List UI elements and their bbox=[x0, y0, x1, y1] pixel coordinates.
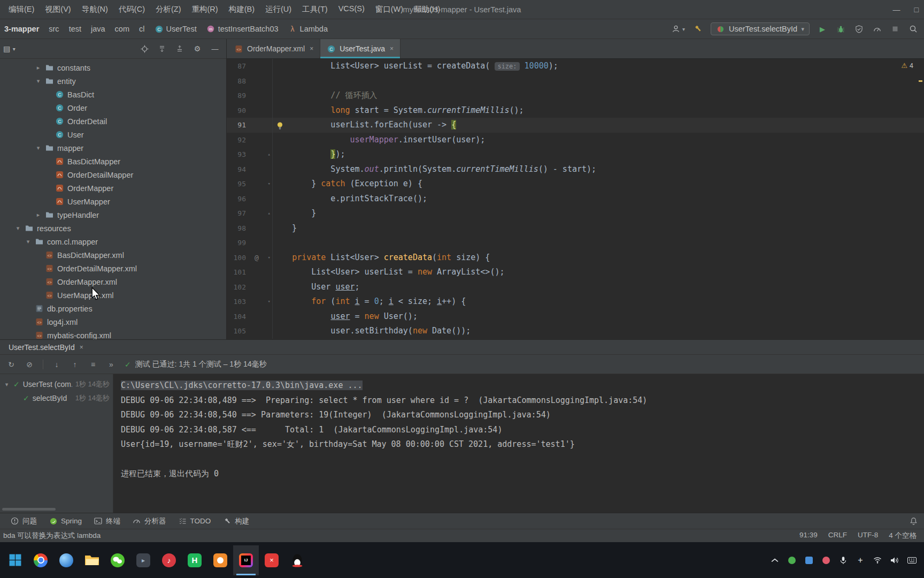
breadcrumb-item[interactable]: 3-mapper bbox=[2, 24, 41, 34]
breadcrumb-item[interactable]: test bbox=[67, 24, 83, 34]
tree-item[interactable]: OrderDetailMapper bbox=[0, 168, 226, 181]
breadcrumb-item[interactable]: java bbox=[89, 24, 107, 34]
chevron-down-icon[interactable]: ▾ bbox=[35, 144, 42, 151]
breadcrumb-item[interactable]: λLambda bbox=[286, 24, 330, 34]
editor-line[interactable]: 104 user = new User(); bbox=[227, 309, 924, 324]
tree-item[interactable]: ▾entity bbox=[0, 74, 226, 88]
tree-item[interactable]: <>log4j.xml bbox=[0, 315, 226, 329]
idea-taskbar-icon[interactable]: IJ bbox=[233, 545, 259, 575]
stop-button[interactable] bbox=[890, 24, 900, 34]
sort-descending-icon[interactable]: ↓ bbox=[52, 360, 61, 369]
horizontal-scrollbar[interactable] bbox=[2, 508, 56, 511]
stop-icon[interactable]: ⊘ bbox=[25, 360, 34, 369]
close-icon[interactable]: × bbox=[310, 45, 313, 52]
wechat-taskbar-icon[interactable] bbox=[105, 545, 130, 575]
tree-item[interactable]: ▸typeHandler bbox=[0, 208, 226, 222]
sort-ascending-icon[interactable]: ↑ bbox=[70, 360, 80, 369]
music-app-taskbar-icon[interactable]: ♪ bbox=[156, 545, 182, 575]
breadcrumb-item[interactable]: mtestInsertBatch03 bbox=[204, 24, 281, 34]
menu-item[interactable]: 分析(Z) bbox=[150, 2, 187, 17]
run-button[interactable]: ▶ bbox=[817, 24, 828, 34]
tray-red-tray-icon[interactable] bbox=[822, 556, 830, 565]
mic-tray-icon[interactable] bbox=[839, 556, 848, 565]
menu-item[interactable]: 帮助(H) bbox=[409, 2, 445, 17]
editor-line[interactable]: 95▾ } catch (Exception e) { bbox=[227, 177, 924, 192]
editor-line[interactable]: 99 bbox=[227, 235, 924, 250]
editor-line[interactable]: 91 userList.forEach(user -> { bbox=[227, 118, 924, 133]
profiler-button[interactable] bbox=[872, 24, 882, 34]
settings-gear-icon[interactable]: ⚙ bbox=[192, 44, 202, 54]
coverage-button[interactable] bbox=[853, 24, 864, 34]
chevron-down-icon[interactable]: ▾ bbox=[3, 381, 10, 388]
run-tab[interactable]: UserTest.selectById × bbox=[4, 340, 88, 354]
tree-item[interactable]: ▸constants bbox=[0, 61, 226, 74]
orange-app-taskbar-icon[interactable] bbox=[207, 545, 233, 575]
tree-item[interactable]: COrder bbox=[0, 101, 226, 115]
editor-scrollbar[interactable] bbox=[917, 59, 924, 339]
menu-item[interactable]: 工具(T) bbox=[297, 2, 333, 17]
tree-item[interactable]: <>BasDictMapper.xml bbox=[0, 248, 226, 262]
editor-tab[interactable]: CUserTest.java× bbox=[320, 39, 401, 58]
editor-line[interactable]: 94 System.out.println(System.currentTime… bbox=[227, 162, 924, 177]
notifications-icon[interactable] bbox=[908, 516, 919, 527]
caret-position[interactable]: 91:39 bbox=[799, 531, 818, 541]
tree-item[interactable]: ▾com.cl.mapper bbox=[0, 235, 226, 248]
editor-line[interactable]: 87 List<User> userList = createData( siz… bbox=[227, 59, 924, 74]
breadcrumb-item[interactable]: CUserTest bbox=[152, 24, 199, 34]
editor-line[interactable]: 93▴ }); bbox=[227, 147, 924, 162]
tree-item[interactable]: ▾mapper bbox=[0, 141, 226, 155]
tree-item[interactable]: db.properties bbox=[0, 302, 226, 315]
terminal-toolwindow-button[interactable]: 终端 bbox=[89, 515, 125, 527]
project-view-selector[interactable]: ▤ ▾ bbox=[3, 44, 16, 53]
fold-icon[interactable]: ▾ bbox=[268, 250, 271, 265]
build-hammer-icon[interactable] bbox=[692, 24, 703, 34]
dark-app-taskbar-icon[interactable]: ▸ bbox=[130, 545, 156, 575]
editor-line[interactable]: 101 List<User> userList = new ArrayList<… bbox=[227, 265, 924, 280]
h-app-taskbar-icon[interactable]: H bbox=[182, 545, 207, 575]
network-tray-icon[interactable] bbox=[873, 556, 882, 565]
menu-item[interactable]: 构建(B) bbox=[224, 2, 260, 17]
editor-line[interactable]: 92 userMapper.insertUser(user); bbox=[227, 133, 924, 148]
tree-item[interactable]: UserMapper bbox=[0, 195, 226, 208]
tree-item[interactable]: BasDictMapper bbox=[0, 155, 226, 168]
tree-item[interactable]: CUser bbox=[0, 128, 226, 141]
tray-green-tray-icon[interactable] bbox=[788, 556, 796, 565]
tree-item[interactable]: ▾resources bbox=[0, 222, 226, 235]
tree-item[interactable]: OrderMapper bbox=[0, 181, 226, 195]
editor-line[interactable]: 88 bbox=[227, 74, 924, 89]
fold-icon[interactable]: ▴ bbox=[268, 206, 271, 221]
editor-line[interactable]: 89 // 循环插入 bbox=[227, 88, 924, 103]
menu-item[interactable]: 代码(C) bbox=[113, 2, 150, 17]
tree-item[interactable]: <>OrderMapper.xml bbox=[0, 275, 226, 288]
fold-icon[interactable]: ▾ bbox=[268, 177, 271, 192]
keyboard-tray-icon[interactable] bbox=[907, 556, 917, 565]
breadcrumb-item[interactable]: src bbox=[47, 24, 61, 34]
build-toolwindow-button[interactable]: 构建 bbox=[218, 515, 254, 527]
debug-button[interactable] bbox=[835, 24, 846, 34]
more-actions-icon[interactable]: » bbox=[106, 360, 116, 369]
tree-item[interactable]: <>mybatis-config.xml bbox=[0, 329, 226, 339]
explorer-taskbar-icon[interactable] bbox=[79, 545, 105, 575]
line-separator[interactable]: CRLF bbox=[828, 531, 847, 541]
test-tree-item[interactable]: ✓selectById1秒 14毫秒 bbox=[0, 391, 113, 405]
file-encoding[interactable]: UTF-8 bbox=[858, 531, 878, 541]
warning-stripe-mark[interactable] bbox=[919, 80, 922, 82]
search-everywhere-button[interactable] bbox=[908, 24, 919, 34]
breadcrumb-item[interactable]: cl bbox=[137, 24, 147, 34]
red-x-app-taskbar-icon[interactable]: × bbox=[259, 545, 284, 575]
menu-item[interactable]: 视图(V) bbox=[40, 2, 76, 17]
code-editor[interactable]: 87 List<User> userList = createData( siz… bbox=[227, 59, 924, 339]
menu-item[interactable]: 运行(U) bbox=[260, 2, 297, 17]
tree-item[interactable]: CBasDict bbox=[0, 88, 226, 101]
close-icon[interactable]: × bbox=[390, 45, 394, 52]
plus-tray-icon[interactable]: + bbox=[856, 556, 865, 565]
minimize-button[interactable]: — bbox=[893, 5, 900, 14]
console-output[interactable]: C:\Users\CL\.jdks\corretto-17.0.3\bin\ja… bbox=[113, 374, 924, 513]
expand-all-icon[interactable] bbox=[157, 44, 167, 54]
editor-line[interactable]: 90 long start = System.currentTimeMillis… bbox=[227, 103, 924, 118]
test-tree-item[interactable]: ▾✓UserTest (com.cl)1秒 14毫秒 bbox=[0, 377, 113, 391]
tree-item[interactable]: <>OrderDetailMapper.xml bbox=[0, 262, 226, 275]
hide-panel-icon[interactable]: — bbox=[210, 44, 220, 54]
menu-item[interactable]: 窗口(W) bbox=[370, 2, 409, 17]
todo-toolwindow-button[interactable]: TODO bbox=[173, 516, 216, 527]
